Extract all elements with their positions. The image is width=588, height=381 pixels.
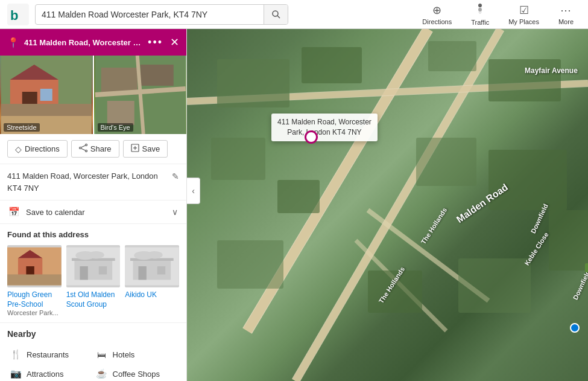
directions-icon: ⊕ [432,4,441,17]
streetside-photo [0,56,93,134]
found-section: Found at this address Plough Green Pre-S… [0,224,186,323]
birdseye-image[interactable]: Bird's Eye [93,56,187,134]
left-panel: 📍 411 Malden Road, Worcester Park, L... … [0,29,187,381]
address-line2: KT4 7NY [7,184,39,193]
map-pin [305,130,318,144]
attractions-icon: 📷 [10,368,22,379]
collapse-panel-button[interactable]: ‹ [187,178,200,204]
nearby-coffee-shops[interactable]: ☕ Coffee Shops [93,364,180,381]
map-pin-inner [309,135,314,139]
svg-line-23 [81,146,85,147]
edit-icon[interactable]: ✎ [172,171,179,181]
svg-rect-42 [139,266,147,280]
address-section: 411 Malden Road, Worcester Park, London … [0,164,186,200]
svg-rect-50 [488,59,561,101]
close-icon[interactable]: ✕ [170,36,179,49]
map-location-label: 411 Malden Road, Worcester Park, London … [271,114,378,141]
search-bar [35,4,288,25]
calendar-icon: 📅 [8,207,20,217]
nearby-restaurants[interactable]: 🍴 Restaurants [7,345,93,364]
found-items: Plough Green Pre-School Worcester Park..… [7,245,179,316]
restaurants-icon: 🍴 [10,349,22,360]
svg-rect-51 [211,138,265,180]
header-actions: ⊕ Directions Traffic ☑ My Places ⋯ More [415,0,581,28]
svg-rect-58 [549,210,588,271]
svg-point-21 [85,150,87,152]
birdseye-label: Bird's Eye [98,123,133,132]
my-places-action[interactable]: ☑ My Places [501,1,546,28]
streetside-image[interactable]: Streetside [0,56,93,134]
my-places-label: My Places [508,18,539,25]
svg-rect-16 [140,65,173,86]
svg-rect-17 [107,101,134,125]
svg-point-4 [478,4,482,7]
svg-rect-57 [458,258,531,313]
share-icon [79,144,87,154]
map-area[interactable]: 411 Malden Road, Worcester Park, London … [187,29,588,381]
svg-rect-54 [488,150,567,210]
map-roads-overlay [187,29,588,381]
header: b ⊕ Directions Traffic ☑ My Places ⋯ [0,0,588,29]
directions-action[interactable]: ⊕ Directions [415,1,459,28]
svg-rect-44 [130,258,174,261]
map-pin-circle [305,130,318,144]
share-button[interactable]: Share [71,140,119,158]
svg-rect-48 [302,47,362,83]
traffic-icon [474,2,486,18]
found-item-name-aikido: Aikido UK [125,290,179,300]
bing-logo: b [7,4,29,25]
svg-point-39 [88,251,104,259]
share-btn-label: Share [90,144,112,153]
my-places-icon: ☑ [519,4,529,17]
calendar-text: Save to calendar [26,208,172,217]
traffic-action[interactable]: Traffic [464,0,496,28]
nearby-section: Nearby 🍴 Restaurants 🛏 Hotels 📷 Attracti… [0,323,186,381]
svg-rect-55 [217,240,283,289]
map-label-line2: Park, London KT4 7NY [287,128,361,136]
found-img-preschool [7,245,62,287]
attractions-label: Attractions [27,370,63,379]
directions-button[interactable]: ◇ Directions [7,140,68,158]
svg-rect-43 [157,266,165,274]
save-button[interactable]: Save [123,140,168,158]
nearby-title: Nearby [7,329,179,339]
svg-point-22 [79,147,81,149]
more-icon: ⋯ [560,4,571,17]
coffee-shops-label: Coffee Shops [113,370,160,379]
svg-rect-36 [98,266,106,274]
mayfair-avenue-label: Mayfair Avenue [525,66,578,75]
hotels-icon: 🛏 [96,350,108,360]
save-btn-label: Save [142,144,160,153]
directions-btn-label: Directions [25,144,60,153]
coffee-shops-icon: ☕ [96,368,108,379]
map-indicator-dot [570,323,580,333]
svg-rect-37 [72,258,115,261]
search-button[interactable] [264,4,288,25]
svg-line-3 [277,16,280,18]
svg-line-24 [81,149,85,150]
road-badge-a2043: A2043 [585,263,588,272]
traffic-label: Traffic [471,19,489,26]
directions-btn-icon: ◇ [15,144,22,154]
svg-rect-53 [416,138,476,186]
svg-rect-49 [428,41,476,71]
found-item-name-preschool: Plough Green Pre-School [7,290,62,309]
more-label: More [558,18,574,25]
search-input[interactable] [36,10,264,19]
svg-point-5 [478,8,482,11]
location-title: 411 Malden Road, Worcester Park, L... [24,38,143,47]
more-options-icon[interactable]: ••• [148,36,163,49]
address-text: 411 Malden Road, Worcester Park, London … [7,170,168,194]
save-icon [131,144,139,154]
location-header: 📍 411 Malden Road, Worcester Park, L... … [0,29,186,56]
found-item-preschool[interactable]: Plough Green Pre-School Worcester Park..… [7,245,62,316]
calendar-section[interactable]: 📅 Save to calendar ∨ [0,200,186,224]
found-item-scouts[interactable]: 1st Old Malden Scout Group [66,245,121,316]
nearby-attractions[interactable]: 📷 Attractions [7,364,93,381]
found-item-aikido[interactable]: Aikido UK [125,245,179,316]
chevron-down-icon: ∨ [172,207,178,217]
location-pin-icon: 📍 [7,37,19,48]
nearby-hotels[interactable]: 🛏 Hotels [93,345,180,364]
svg-rect-11 [40,89,52,101]
more-action[interactable]: ⋯ More [551,1,581,28]
